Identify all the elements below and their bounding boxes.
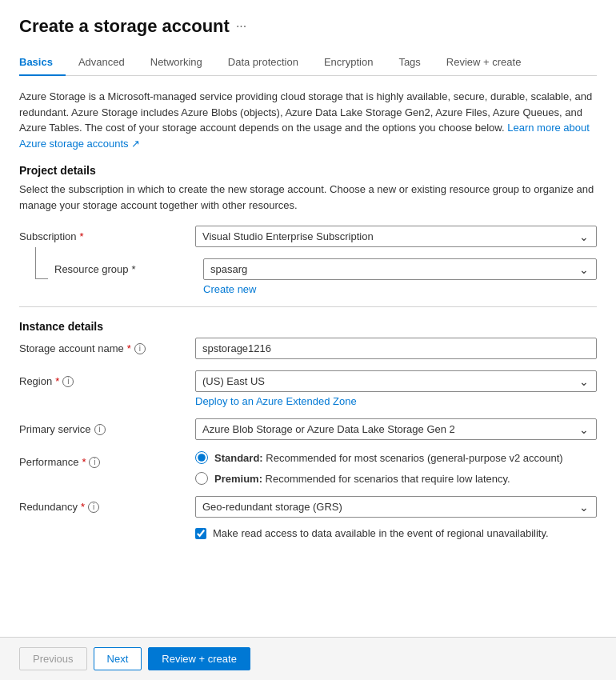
- rg-required: *: [132, 263, 136, 275]
- redundancy-row: Redundancy * i Geo-redundant storage (GR…: [19, 496, 597, 539]
- tab-data-protection[interactable]: Data protection: [215, 50, 311, 76]
- subscription-select[interactable]: Visual Studio Enterprise Subscription: [195, 226, 597, 247]
- resource-group-select[interactable]: spasarg: [203, 258, 597, 280]
- performance-premium-radio[interactable]: [195, 472, 208, 485]
- performance-label: Performance * i: [19, 451, 195, 468]
- redundancy-label: Redundancy * i: [19, 496, 195, 513]
- resource-group-row: Resource group * spasarg Create new: [19, 258, 597, 295]
- redundancy-checkbox-row[interactable]: Make read access to data available in th…: [195, 527, 597, 539]
- project-details-header: Project details: [19, 164, 597, 177]
- tab-bar: Basics Advanced Networking Data protecti…: [19, 50, 597, 76]
- region-info-icon[interactable]: i: [62, 376, 74, 387]
- rg-bracket-line: [35, 247, 48, 279]
- extended-zone-link[interactable]: Deploy to an Azure Extended Zone: [195, 395, 597, 407]
- region-select[interactable]: (US) East US: [195, 370, 597, 392]
- performance-row: Performance * i Standard: Recommended fo…: [19, 451, 597, 485]
- ellipsis-menu-icon[interactable]: ···: [236, 19, 246, 34]
- region-label: Region * i: [19, 370, 195, 387]
- storage-name-required: *: [127, 342, 131, 354]
- read-access-checkbox[interactable]: [195, 528, 206, 539]
- primary-service-control: Azure Blob Storage or Azure Data Lake St…: [195, 418, 597, 440]
- description-text: Azure Storage is a Microsoft-managed ser…: [19, 89, 597, 151]
- resource-group-label: Resource group *: [54, 258, 203, 275]
- region-select-wrapper: (US) East US: [195, 370, 597, 392]
- storage-name-row: Storage account name * i: [19, 338, 597, 359]
- region-row: Region * i (US) East US Deploy to an Azu…: [19, 370, 597, 407]
- primary-service-select[interactable]: Azure Blob Storage or Azure Data Lake St…: [195, 418, 597, 440]
- redundancy-select-wrapper: Geo-redundant storage (GRS): [195, 496, 597, 518]
- subscription-row: Subscription * Visual Studio Enterprise …: [19, 226, 597, 247]
- previous-button[interactable]: Previous: [19, 647, 87, 670]
- primary-service-info-icon[interactable]: i: [94, 424, 106, 435]
- performance-premium-label: Premium: Recommended for scenarios that …: [214, 473, 510, 485]
- storage-name-info-icon[interactable]: i: [134, 343, 146, 354]
- subscription-select-wrapper: Visual Studio Enterprise Subscription: [195, 226, 597, 247]
- create-new-rg-link[interactable]: Create new: [203, 283, 597, 295]
- performance-standard-radio[interactable]: [195, 451, 208, 464]
- region-required: *: [55, 375, 59, 387]
- subscription-required: *: [80, 230, 84, 242]
- storage-name-label: Storage account name * i: [19, 338, 195, 354]
- tab-advanced[interactable]: Advanced: [66, 50, 138, 76]
- redundancy-select[interactable]: Geo-redundant storage (GRS): [195, 496, 597, 518]
- footer: Previous Next Review + create: [0, 637, 616, 680]
- primary-service-row: Primary service i Azure Blob Storage or …: [19, 418, 597, 440]
- performance-info-icon[interactable]: i: [89, 457, 100, 468]
- read-access-label: Make read access to data available in th…: [213, 527, 549, 539]
- performance-standard-label: Standard: Recommended for most scenarios…: [214, 452, 563, 464]
- redundancy-control: Geo-redundant storage (GRS) Make read ac…: [195, 496, 597, 539]
- storage-name-input[interactable]: [195, 338, 597, 359]
- resource-group-select-wrapper: spasarg: [203, 258, 597, 280]
- redundancy-required: *: [81, 501, 85, 513]
- performance-standard-option[interactable]: Standard: Recommended for most scenarios…: [195, 451, 597, 464]
- instance-details-header: Instance details: [19, 320, 597, 333]
- primary-service-select-wrapper: Azure Blob Storage or Azure Data Lake St…: [195, 418, 597, 440]
- tab-encryption[interactable]: Encryption: [311, 50, 386, 76]
- primary-service-label: Primary service i: [19, 418, 195, 435]
- review-create-button[interactable]: Review + create: [148, 647, 250, 670]
- resource-group-control: spasarg Create new: [203, 258, 597, 295]
- performance-required: *: [82, 456, 86, 468]
- tab-networking[interactable]: Networking: [138, 50, 215, 76]
- region-control: (US) East US Deploy to an Azure Extended…: [195, 370, 597, 407]
- rg-bracket: [35, 258, 54, 279]
- subscription-label: Subscription *: [19, 226, 195, 242]
- project-details-desc: Select the subscription in which to crea…: [19, 182, 597, 213]
- redundancy-info-icon[interactable]: i: [88, 502, 99, 513]
- page-title: Create a storage account: [19, 16, 230, 37]
- performance-control: Standard: Recommended for most scenarios…: [195, 451, 597, 485]
- next-button[interactable]: Next: [94, 647, 142, 670]
- tab-tags[interactable]: Tags: [386, 50, 433, 76]
- performance-radio-group: Standard: Recommended for most scenarios…: [195, 451, 597, 485]
- subscription-control: Visual Studio Enterprise Subscription: [195, 226, 597, 247]
- instance-separator: [19, 306, 597, 307]
- tab-review-create[interactable]: Review + create: [434, 50, 534, 76]
- performance-premium-option[interactable]: Premium: Recommended for scenarios that …: [195, 472, 597, 485]
- storage-name-control: [195, 338, 597, 359]
- tab-basics[interactable]: Basics: [19, 50, 66, 76]
